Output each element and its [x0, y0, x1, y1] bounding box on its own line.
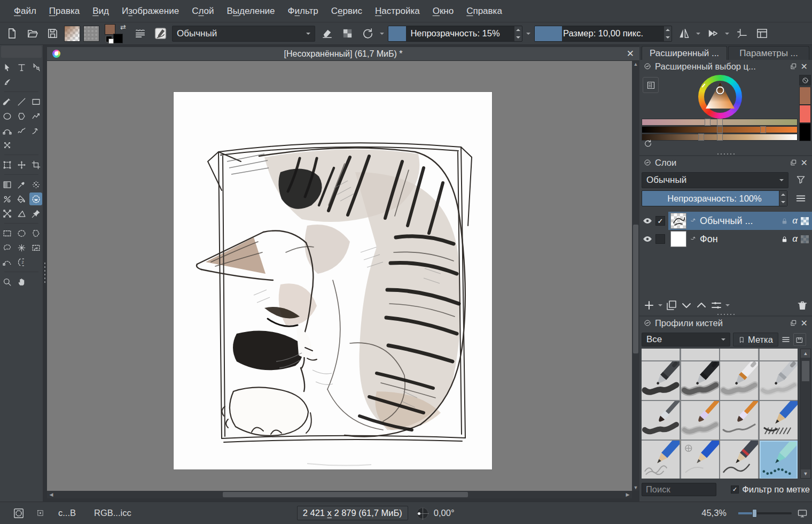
- scroll-down-icon[interactable]: ▼: [801, 469, 810, 478]
- menu-item-0[interactable]: Файл: [7, 3, 43, 20]
- preserve-alpha-button[interactable]: [339, 25, 356, 42]
- tab-tool-options[interactable]: Параметры ...: [728, 46, 809, 60]
- brush-preset-tile-12[interactable]: [642, 441, 680, 479]
- brush-display-options-button[interactable]: [781, 335, 791, 344]
- menu-item-4[interactable]: Слой: [185, 3, 220, 20]
- bar-handle[interactable]: [717, 126, 723, 133]
- layer-thumbnail[interactable]: [670, 231, 686, 247]
- reset-colors-icon[interactable]: [106, 36, 112, 42]
- canvas-page[interactable]: [174, 92, 492, 469]
- selection-display-mode-button[interactable]: [13, 507, 25, 519]
- layer-alpha-icon[interactable]: α: [792, 215, 798, 226]
- color-history-reset-icon[interactable]: [644, 139, 652, 148]
- brush-grid-scrollbar[interactable]: ▲ ▼: [800, 349, 811, 479]
- hue-bar[interactable]: [642, 119, 798, 126]
- fill-tool[interactable]: [15, 192, 28, 205]
- horizontal-scrollbar[interactable]: ◀ ▶: [47, 491, 632, 498]
- crop-tool[interactable]: [29, 158, 42, 171]
- text-tool[interactable]: [15, 61, 28, 74]
- layer-alpha-icon[interactable]: α: [792, 234, 798, 244]
- layer-blend-mode-dropdown[interactable]: Обычный: [642, 172, 788, 188]
- hscroll-handle[interactable]: [223, 492, 469, 497]
- menu-item-5[interactable]: Выделение: [220, 3, 281, 20]
- brush-preset-tile-8[interactable]: [642, 401, 680, 440]
- calligraphy-tool[interactable]: [1, 75, 13, 88]
- scroll-up-icon[interactable]: ▲: [632, 61, 639, 67]
- panel-resize-grip[interactable]: [716, 153, 736, 155]
- workspace-chooser-button[interactable]: [753, 25, 770, 42]
- document-titlebar[interactable]: [Несохранённый] (61,7 МиБ) * ✕: [47, 47, 639, 61]
- ellipse-tool[interactable]: [1, 110, 13, 122]
- float-docker-icon[interactable]: [790, 159, 797, 166]
- polyline-tool[interactable]: [29, 110, 42, 122]
- mirror-horizontal-button[interactable]: [675, 25, 692, 42]
- color-profile-label[interactable]: RGB...icc: [94, 508, 131, 518]
- assistants-tool[interactable]: [1, 207, 13, 220]
- size-spinner[interactable]: [663, 26, 672, 41]
- enclose-fill-tool[interactable]: [29, 192, 42, 205]
- mirror-h-dropdown-arrow[interactable]: [696, 32, 701, 36]
- mirror-vertical-button[interactable]: [704, 25, 721, 42]
- rectangle-tool[interactable]: [29, 95, 42, 108]
- menu-item-2[interactable]: Вид: [86, 3, 115, 20]
- move-layer-down-button[interactable]: [680, 299, 693, 312]
- brush-preset-tile-13[interactable]: [681, 441, 719, 479]
- open-document-button[interactable]: [24, 25, 41, 42]
- filter-by-tag-checkbox[interactable]: ✓ Фильтр по метке: [731, 484, 810, 495]
- blending-mode-dropdown[interactable]: Обычный: [172, 26, 315, 42]
- select-magnetic-2-tool[interactable]: 2: [15, 256, 28, 268]
- brush-preset-tile-9[interactable]: [681, 401, 719, 440]
- layer-thumbnail[interactable]: [670, 213, 686, 229]
- foreground-background-colors[interactable]: ⇄: [105, 24, 126, 43]
- zoom-slider-handle[interactable]: [752, 509, 757, 518]
- scroll-down-icon[interactable]: ▼: [632, 485, 639, 490]
- brush-preset-tile-4[interactable]: [642, 361, 680, 400]
- layer-visibility-icon[interactable]: [639, 215, 655, 226]
- layer-options-button[interactable]: [792, 192, 810, 204]
- layer-row-paint[interactable]: ✓ Обычный ... α: [639, 212, 812, 230]
- layer-opacity-spinner[interactable]: [779, 191, 787, 206]
- brush-preset-tile-1[interactable]: [681, 349, 719, 360]
- menu-item-6[interactable]: Фильтр: [282, 3, 325, 20]
- brush-tag-filter-dropdown[interactable]: Все: [642, 333, 730, 346]
- brush-preset-tile-15[interactable]: [760, 441, 798, 479]
- saturation-bar[interactable]: [642, 126, 798, 133]
- float-docker-icon[interactable]: [790, 319, 797, 327]
- docker-lock-icon[interactable]: [644, 159, 651, 166]
- pattern-chooser-button[interactable]: [83, 26, 99, 42]
- zoom-to-fit-icon[interactable]: [797, 508, 808, 519]
- inherit-alpha-icon[interactable]: [801, 217, 809, 225]
- select-bezier-tool[interactable]: [1, 256, 13, 268]
- pan-tool[interactable]: [15, 275, 28, 288]
- menu-item-10[interactable]: Справка: [460, 3, 509, 20]
- mirror-v-dropdown-arrow[interactable]: [724, 32, 730, 36]
- brush-preset-tile-7[interactable]: [760, 361, 798, 400]
- freehand-brush-tool[interactable]: [1, 95, 13, 108]
- gradient-tool[interactable]: [1, 178, 13, 191]
- zoom-tool[interactable]: [1, 275, 13, 288]
- color-wheel[interactable]: [698, 75, 742, 119]
- zoom-slider[interactable]: [738, 512, 792, 514]
- multibrush-tool[interactable]: [1, 138, 13, 151]
- freehand-path-tool[interactable]: [15, 124, 28, 137]
- layer-lock-icon[interactable]: [779, 235, 789, 243]
- select-ellipse-tool[interactable]: [15, 227, 28, 240]
- dynamic-brush-tool[interactable]: [29, 124, 42, 137]
- close-docker-icon[interactable]: ✕: [801, 318, 808, 328]
- canvas-viewport[interactable]: [47, 61, 632, 491]
- menu-item-1[interactable]: Правка: [43, 3, 86, 20]
- add-layer-button[interactable]: [643, 299, 655, 312]
- bar-handle[interactable]: [717, 119, 723, 126]
- pattern-edit-tool[interactable]: [29, 178, 42, 191]
- color-picker-tool[interactable]: [15, 178, 28, 191]
- move-layer-up-button[interactable]: [695, 299, 708, 312]
- brush-preset-tile-11[interactable]: [760, 401, 798, 440]
- measure-tool[interactable]: [15, 207, 28, 220]
- reload-dropdown-arrow[interactable]: [379, 32, 385, 36]
- opacity-dropdown-arrow[interactable]: [526, 32, 531, 36]
- reference-images-tool[interactable]: [29, 207, 42, 220]
- bscroll-handle[interactable]: [802, 361, 809, 381]
- brush-preset-tile-2[interactable]: [720, 349, 758, 360]
- layer-filter-button[interactable]: [792, 172, 810, 187]
- pointer-tool[interactable]: [1, 61, 13, 74]
